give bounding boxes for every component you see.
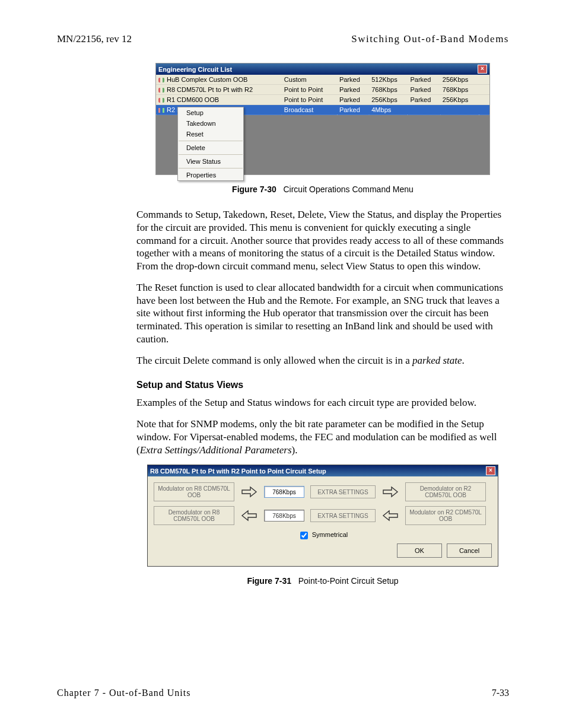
paragraph: Examples of the Setup and Status windows… <box>136 396 509 409</box>
symmetrical-check-input[interactable] <box>300 532 308 539</box>
circuit-rate: 256Kbps <box>440 75 479 85</box>
table-row[interactable]: HuB Complex Custom OOB Custom Parked 512… <box>156 75 489 85</box>
page-header: MN/22156, rev 12 Switching Out-of-Band M… <box>57 33 509 45</box>
circuit-rate: 256Kbps <box>369 95 408 105</box>
menu-item-reset[interactable]: Reset <box>178 129 243 139</box>
circuit-status: Parked <box>337 95 369 105</box>
figure-caption-text: Circuit Operations Command Menu <box>283 185 413 194</box>
menu-item-takedown[interactable]: Takedown <box>178 118 243 129</box>
circuit-status: Parked <box>408 75 440 85</box>
circuit-rate: 768Kbps <box>369 85 408 95</box>
circuit-rate: 4Mbps <box>369 105 408 115</box>
circuit-status: Parked <box>337 75 369 85</box>
setup-row: Demodulator on R8 CDM570L OOB 768Kbps EX… <box>154 506 492 525</box>
circuit-status: Parked <box>408 95 440 105</box>
figure-label: Figure 7-31 <box>247 576 291 586</box>
menu-item-properties[interactable]: Properties <box>178 170 243 180</box>
circuit-rate <box>440 105 479 115</box>
circuit-name: R8 CDM570L Pt to Pt with R2 <box>156 85 282 95</box>
arrow-left-icon <box>240 509 258 522</box>
menu-item-delete[interactable]: Delete <box>178 142 243 153</box>
chapter-name: Chapter 7 - Out-of-Band Units <box>57 688 190 698</box>
window-titlebar: R8 CDM570L Pt to Pt with R2 Point to Poi… <box>148 465 498 476</box>
setup-row: Modulator on R8 CDM570L OOB 768Kbps EXTR… <box>154 482 492 501</box>
close-icon[interactable]: × <box>478 65 487 74</box>
arrow-left-icon <box>381 509 399 522</box>
circuit-rate: 768Kbps <box>440 85 479 95</box>
modulator-box: Modulator on R8 CDM570L OOB <box>154 482 234 501</box>
page-number: 7-33 <box>492 688 509 698</box>
circuit-name: R1 CDM600 OOB <box>156 95 282 105</box>
figure-caption-text: Point-to-Point Circuit Setup <box>298 576 399 586</box>
demodulator-box: Demodulator on R8 CDM570L OOB <box>154 506 234 525</box>
bitrate-input[interactable]: 768Kbps <box>264 486 304 498</box>
window-body: Setup Takedown Reset Delete View Status … <box>156 115 489 174</box>
circuit-type: Point to Point <box>282 85 337 95</box>
symmetrical-checkbox[interactable]: Symmetrical <box>154 530 492 541</box>
window-titlebar: Engineering Circuit List × <box>156 63 489 75</box>
figure-caption: Figure 7-30 Circuit Operations Command M… <box>136 185 509 194</box>
paragraph: The Reset function is used to clear allo… <box>136 281 509 346</box>
demodulator-box: Demodulator on R2 CDM570L OOB <box>405 482 486 501</box>
symmetrical-label: Symmetrical <box>312 532 348 539</box>
circuit-status: Parked <box>337 85 369 95</box>
ok-button[interactable]: OK <box>397 543 442 558</box>
extra-settings-button[interactable]: EXTRA SETTINGS <box>310 485 376 498</box>
circuit-status: Parked <box>337 105 369 115</box>
modulator-box: Modulator on R2 CDM570L OOB <box>405 506 486 525</box>
table-row[interactable]: R1 CDM600 OOB Point to Point Parked 256K… <box>156 95 489 105</box>
section-title: Switching Out-of-Band Modems <box>351 33 509 45</box>
doc-id: MN/22156, rev 12 <box>57 33 132 45</box>
circuit-list-window: Engineering Circuit List × HuB Complex C… <box>155 63 490 175</box>
circuit-status <box>408 105 440 115</box>
arrow-right-icon <box>240 485 258 498</box>
circuit-rate: 256Kbps <box>440 95 479 105</box>
section-heading: Setup and Status Views <box>136 380 509 390</box>
circuit-rate: 512Kbps <box>369 75 408 85</box>
circuit-status: Parked <box>408 85 440 95</box>
extra-settings-button[interactable]: EXTRA SETTINGS <box>310 509 376 522</box>
circuit-type: Custom <box>282 75 337 85</box>
close-icon[interactable]: × <box>486 466 495 475</box>
menu-item-view-status[interactable]: View Status <box>178 156 243 167</box>
cancel-button[interactable]: Cancel <box>447 543 492 558</box>
bitrate-input[interactable]: 768Kbps <box>264 510 304 522</box>
figure-caption: Figure 7-31 Point-to-Point Circuit Setup <box>136 576 509 586</box>
page-footer: Chapter 7 - Out-of-Band Units 7-33 <box>57 688 509 698</box>
figure-label: Figure 7-30 <box>232 185 276 194</box>
circuit-type: Point to Point <box>282 95 337 105</box>
paragraph: The circuit Delete command is only allow… <box>136 354 509 367</box>
window-title: R8 CDM570L Pt to Pt with R2 Point to Poi… <box>150 468 326 475</box>
paragraph: Commands to Setup, Takedown, Reset, Dele… <box>136 208 509 273</box>
arrow-right-icon <box>381 485 399 498</box>
circuit-setup-window: R8 CDM570L Pt to Pt with R2 Point to Poi… <box>147 465 498 567</box>
circuit-name: HuB Complex Custom OOB <box>156 75 282 85</box>
context-menu: Setup Takedown Reset Delete View Status … <box>177 107 244 181</box>
window-title: Engineering Circuit List <box>158 66 232 73</box>
table-row[interactable]: R8 CDM570L Pt to Pt with R2 Point to Poi… <box>156 85 489 95</box>
menu-item-setup[interactable]: Setup <box>178 107 243 118</box>
circuit-type: Broadcast <box>282 105 337 115</box>
paragraph: Note that for SNMP modems, only the bit … <box>136 418 509 456</box>
